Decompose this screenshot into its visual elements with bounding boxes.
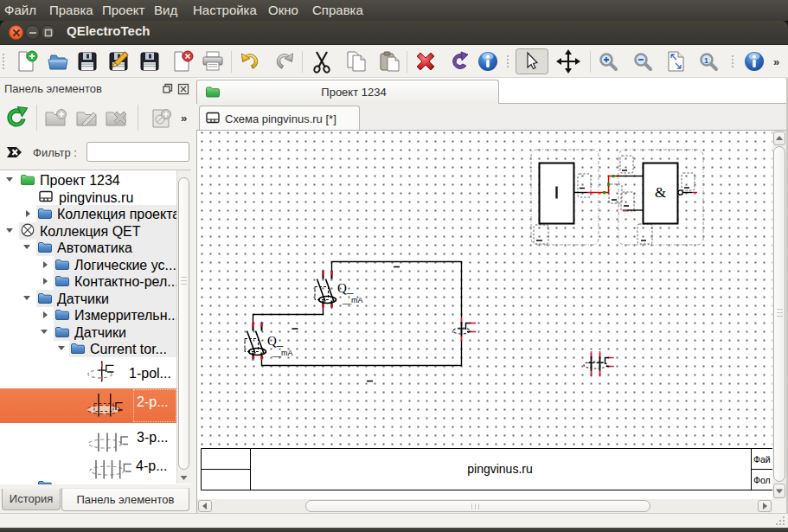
svg-text:__mA: __mA: [342, 296, 363, 304]
svg-text:Фол: Фол: [753, 475, 771, 485]
svg-text:Q_: Q_: [267, 334, 284, 348]
svg-text:»: »: [773, 55, 779, 68]
svg-text:pingvinus.ru: pingvinus.ru: [467, 462, 533, 476]
svg-text:»: »: [181, 112, 187, 125]
svg-text:Q_: Q_: [337, 281, 354, 295]
svg-text:&: &: [655, 184, 666, 201]
svg-text:Фай: Фай: [753, 454, 771, 465]
svg-text:__mA: __mA: [272, 349, 293, 357]
svg-text:1: 1: [704, 56, 708, 65]
